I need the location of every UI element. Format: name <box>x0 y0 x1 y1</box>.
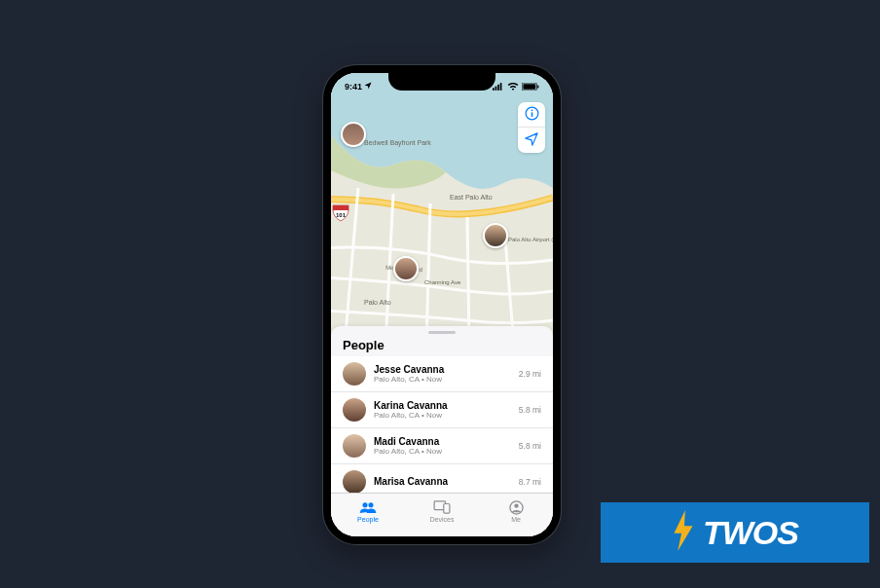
tab-label: Devices <box>430 516 455 523</box>
person-name: Marisa Cavanna <box>374 476 515 488</box>
tab-bar: People Devices Me <box>331 493 553 536</box>
map-avatar-2[interactable] <box>393 256 419 281</box>
map-label-channing: Channing Ave <box>424 279 460 285</box>
svg-rect-0 <box>493 88 495 91</box>
svg-rect-16 <box>444 504 450 514</box>
people-icon <box>359 499 377 515</box>
person-row[interactable]: Jesse Cavanna Palo Alto, CA • Now 2.9 mi <box>331 356 553 391</box>
location-arrow-icon <box>525 132 538 149</box>
person-name: Jesse Cavanna <box>374 364 515 376</box>
person-name: Karina Cavanna <box>374 400 515 412</box>
avatar <box>343 470 366 493</box>
person-row[interactable]: Madi Cavanna Palo Alto, CA • Now 5.8 mi <box>331 427 553 463</box>
avatar <box>343 362 366 386</box>
wifi-icon <box>507 83 519 91</box>
phone-mockup: 9:41 <box>323 65 561 544</box>
map-label-epa: East Palo Alto <box>450 194 493 201</box>
twos-logo-badge: TWOS <box>601 502 869 563</box>
tab-devices[interactable]: Devices <box>405 494 479 529</box>
avatar <box>343 434 366 458</box>
cellular-signal-icon <box>493 83 504 91</box>
person-distance: 8.7 mi <box>519 477 541 487</box>
person-row[interactable]: Marisa Cavanna 8.7 mi <box>331 463 553 493</box>
lightning-bolt-icon <box>672 510 695 555</box>
info-icon <box>525 106 539 124</box>
map-label-paloalto: Palo Alto <box>364 299 391 306</box>
person-name: Madi Cavanna <box>374 436 515 448</box>
map-locate-button[interactable] <box>518 128 545 153</box>
person-sub: Palo Alto, CA • Now <box>374 411 515 420</box>
person-distance: 5.8 mi <box>519 441 541 451</box>
svg-rect-6 <box>537 85 538 88</box>
devices-icon <box>433 499 451 515</box>
phone-screen: 9:41 <box>331 73 553 536</box>
svg-text:101: 101 <box>336 212 347 218</box>
location-services-icon <box>364 82 372 92</box>
phone-notch <box>388 73 495 91</box>
svg-point-12 <box>531 109 532 111</box>
tab-me[interactable]: Me <box>479 494 553 529</box>
svg-rect-11 <box>531 112 532 117</box>
map-avatar-1[interactable] <box>341 122 366 147</box>
sheet-title: People <box>331 338 553 356</box>
person-distance: 2.9 mi <box>519 369 541 379</box>
person-row[interactable]: Karina Cavanna Palo Alto, CA • Now 5.8 m… <box>331 391 553 427</box>
person-sub: Palo Alto, CA • Now <box>374 375 515 384</box>
map-view[interactable]: 101 Bedwell Bayfront Park East Palo Alto… <box>331 73 553 336</box>
battery-icon <box>522 83 539 91</box>
map-avatar-3[interactable] <box>483 223 508 248</box>
svg-rect-5 <box>523 84 535 90</box>
svg-point-13 <box>362 502 367 507</box>
svg-rect-3 <box>500 83 502 91</box>
person-distance: 5.8 mi <box>519 405 541 415</box>
svg-point-14 <box>368 502 373 507</box>
twos-logo-text: TWOS <box>703 514 798 552</box>
tab-people[interactable]: People <box>331 494 405 529</box>
tab-label: Me <box>511 516 521 523</box>
avatar <box>343 398 366 422</box>
people-list: Jesse Cavanna Palo Alto, CA • Now 2.9 mi… <box>331 356 553 493</box>
person-sub: Palo Alto, CA • Now <box>374 447 515 456</box>
status-time: 9:41 <box>345 82 362 92</box>
map-label-airport: Palo Alto Airport (PAO) <box>508 237 553 242</box>
svg-point-18 <box>514 503 518 507</box>
map-label-bedwell: Bedwell Bayfront Park <box>364 139 431 146</box>
me-icon <box>507 499 525 515</box>
sheet-grabber[interactable] <box>428 331 456 334</box>
map-info-button[interactable] <box>518 102 545 128</box>
svg-rect-1 <box>495 87 497 91</box>
people-sheet[interactable]: People Jesse Cavanna Palo Alto, CA • Now… <box>331 326 553 536</box>
map-controls <box>518 102 545 153</box>
tab-label: People <box>357 516 379 523</box>
svg-rect-8 <box>333 205 348 210</box>
svg-rect-2 <box>497 85 499 91</box>
